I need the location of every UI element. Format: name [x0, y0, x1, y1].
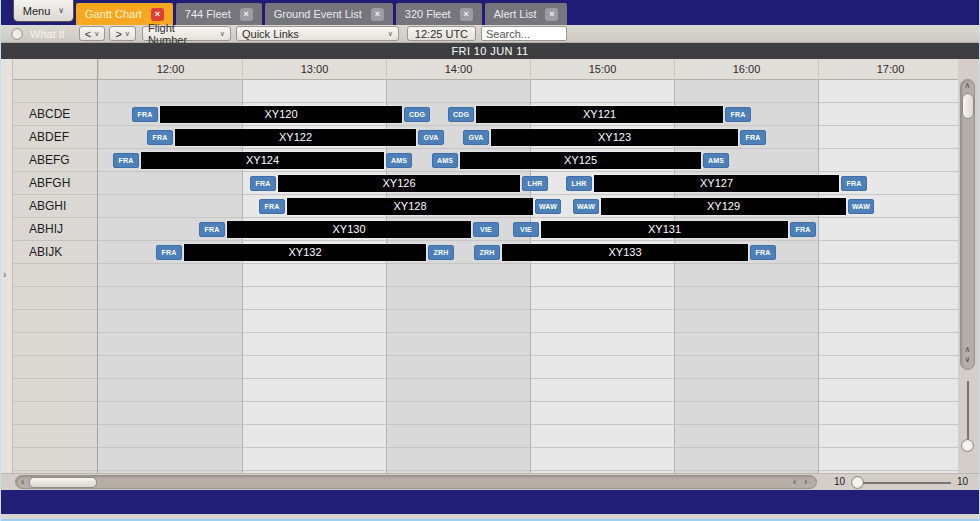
- scroll-up-icon[interactable]: ∧: [960, 81, 975, 90]
- what-if-label: What If: [30, 28, 65, 40]
- time-tick-label: 17:00: [818, 59, 958, 80]
- departure-airport-badge[interactable]: FRA: [113, 153, 139, 168]
- row-label[interactable]: ABCDE: [13, 103, 98, 126]
- departure-airport-badge[interactable]: GVA: [463, 130, 489, 145]
- quick-links-dropdown[interactable]: Quick Links ∨: [236, 26, 399, 41]
- row-label[interactable]: ABEFG: [13, 149, 98, 172]
- arrival-airport-badge[interactable]: GVA: [418, 130, 444, 145]
- row-label[interactable]: ABGHI: [13, 195, 98, 218]
- tab-alert-list[interactable]: Alert List ×: [485, 3, 568, 25]
- flight-bar[interactable]: XY132: [184, 244, 426, 261]
- app-window: Menu ∨ Gantt Chart × 744 Fleet × Ground …: [0, 0, 980, 521]
- flight-bar[interactable]: XY124: [141, 152, 384, 169]
- menu-button-label: Menu: [23, 5, 51, 17]
- horizontal-scrollbar-track[interactable]: [15, 475, 817, 489]
- back-button[interactable]: < ∨: [79, 26, 106, 41]
- horizontal-scrollbar-row: ‹ ‹ › 10 10: [1, 473, 979, 490]
- arrival-airport-badge[interactable]: FRA: [750, 245, 776, 260]
- side-panel-expander[interactable]: ›: [1, 59, 13, 473]
- tab-label: Ground Event List: [274, 8, 362, 20]
- gantt-row-labels: ABCDEABDEFABEFGABFGHABGHIABHIJABIJK: [13, 59, 98, 473]
- filter-dropdown[interactable]: Flight Number ∨: [142, 26, 231, 41]
- tab-label: 320 Fleet: [405, 8, 451, 20]
- close-icon[interactable]: ×: [460, 8, 473, 21]
- arrival-airport-badge[interactable]: WAW: [535, 199, 561, 214]
- filter-dropdown-value: Flight Number: [148, 22, 217, 46]
- close-icon[interactable]: ×: [371, 8, 384, 21]
- flight-bar[interactable]: XY133: [502, 244, 748, 261]
- search-input[interactable]: [481, 26, 567, 41]
- scroll-up-icon[interactable]: ∧: [960, 345, 975, 354]
- row-label[interactable]: ABIJK: [13, 241, 98, 264]
- departure-airport-badge[interactable]: WAW: [573, 199, 599, 214]
- departure-airport-badge[interactable]: ZRH: [474, 245, 500, 260]
- horizontal-zoom-slider-track[interactable]: [863, 482, 951, 484]
- row-label[interactable]: ABDEF: [13, 126, 98, 149]
- arrival-airport-badge[interactable]: LHR: [522, 176, 548, 191]
- flight-bar[interactable]: XY120: [160, 106, 402, 123]
- vertical-zoom-slider-track[interactable]: [967, 381, 969, 447]
- horizontal-zoom-value: 10: [834, 476, 845, 487]
- row-label[interactable]: ABFGH: [13, 172, 98, 195]
- vertical-scrollbar-thumb[interactable]: [962, 93, 974, 119]
- what-if-radio[interactable]: [11, 28, 23, 40]
- departure-airport-badge[interactable]: CDG: [448, 107, 474, 122]
- flight-bar[interactable]: XY128: [287, 198, 533, 215]
- time-tick-label: 15:00: [530, 59, 674, 80]
- departure-airport-badge[interactable]: FRA: [147, 130, 173, 145]
- menu-button[interactable]: Menu ∨: [13, 0, 74, 22]
- scroll-left-icon[interactable]: ‹: [793, 475, 796, 488]
- flight-bar[interactable]: XY129: [601, 198, 846, 215]
- flight-bar[interactable]: XY131: [541, 221, 788, 238]
- arrival-airport-badge[interactable]: AMS: [386, 153, 412, 168]
- quick-links-value: Quick Links: [242, 28, 299, 40]
- arrow-left-icon: <: [85, 28, 91, 40]
- arrival-airport-badge[interactable]: FRA: [725, 107, 751, 122]
- horizontal-scrollbar-thumb[interactable]: [29, 477, 97, 488]
- departure-airport-badge[interactable]: VIE: [513, 222, 539, 237]
- arrival-airport-badge[interactable]: ZRH: [428, 245, 454, 260]
- tab-320-fleet[interactable]: 320 Fleet ×: [396, 3, 482, 25]
- vertical-zoom-value: 10: [957, 476, 968, 487]
- time-tick-label: 14:00: [386, 59, 530, 80]
- gantt-main: › ABCDEABDEFABEFGABFGHABGHIABHIJABIJK 12…: [1, 59, 979, 473]
- chevron-down-icon: ∨: [58, 6, 64, 15]
- flight-bar[interactable]: XY125: [460, 152, 701, 169]
- close-icon[interactable]: ×: [240, 8, 253, 21]
- flight-bar[interactable]: XY121: [476, 106, 723, 123]
- departure-airport-badge[interactable]: FRA: [250, 176, 276, 191]
- scroll-down-icon[interactable]: ∨: [960, 355, 975, 364]
- vertical-scrollbar[interactable]: ∧ ∧ ∨: [958, 59, 978, 473]
- flight-bar[interactable]: XY122: [175, 129, 416, 146]
- arrival-airport-badge[interactable]: FRA: [740, 130, 766, 145]
- arrival-airport-badge[interactable]: WAW: [848, 199, 874, 214]
- scroll-left-icon[interactable]: ‹: [21, 475, 24, 488]
- tab-ground-event-list[interactable]: Ground Event List ×: [265, 3, 393, 25]
- flight-bar[interactable]: XY127: [594, 175, 839, 192]
- arrival-airport-badge[interactable]: VIE: [473, 222, 499, 237]
- flight-bar[interactable]: XY130: [227, 221, 471, 238]
- departure-airport-badge[interactable]: LHR: [566, 176, 592, 191]
- departure-airport-badge[interactable]: AMS: [432, 153, 458, 168]
- chevron-down-icon: ∨: [125, 30, 130, 38]
- close-icon[interactable]: ×: [545, 8, 558, 21]
- arrival-airport-badge[interactable]: FRA: [841, 176, 867, 191]
- flight-bar[interactable]: XY123: [491, 129, 738, 146]
- vertical-zoom-slider-knob[interactable]: [961, 439, 974, 452]
- departure-airport-badge[interactable]: FRA: [259, 199, 285, 214]
- arrival-airport-badge[interactable]: AMS: [703, 153, 729, 168]
- vertical-scrollbar-track[interactable]: [960, 79, 975, 370]
- arrow-right-icon: >: [115, 28, 121, 40]
- flight-bar[interactable]: XY126: [278, 175, 520, 192]
- row-label[interactable]: ABHIJ: [13, 218, 98, 241]
- chevron-down-icon: ∨: [388, 30, 393, 38]
- scroll-right-icon[interactable]: ›: [804, 475, 807, 488]
- forward-button[interactable]: > ∨: [109, 26, 136, 41]
- close-icon[interactable]: ×: [151, 8, 164, 21]
- arrival-airport-badge[interactable]: CDG: [404, 107, 430, 122]
- utc-clock-button[interactable]: 12:25 UTC: [407, 26, 476, 41]
- departure-airport-badge[interactable]: FRA: [199, 222, 225, 237]
- arrival-airport-badge[interactable]: FRA: [790, 222, 816, 237]
- departure-airport-badge[interactable]: FRA: [132, 107, 158, 122]
- departure-airport-badge[interactable]: FRA: [156, 245, 182, 260]
